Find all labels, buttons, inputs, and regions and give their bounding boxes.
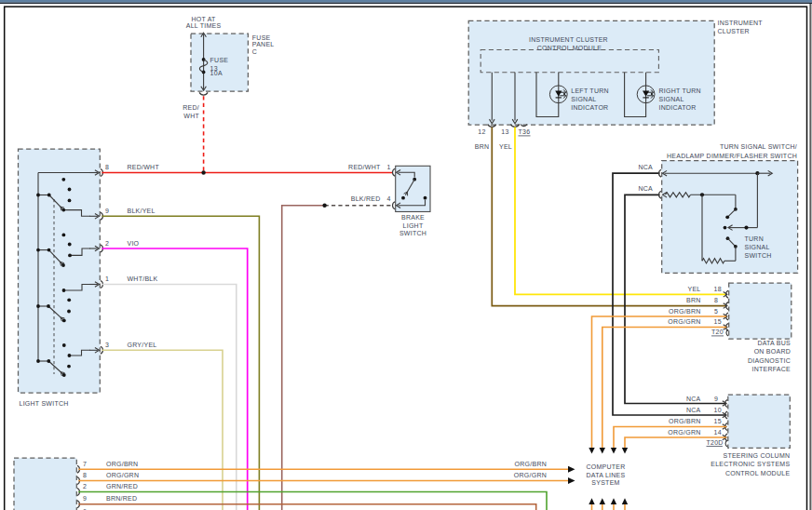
svg-text:ORG/GRN: ORG/GRN <box>106 472 139 478</box>
svg-text:ORG/BRN: ORG/BRN <box>515 461 547 467</box>
svg-text:SYSTEM: SYSTEM <box>591 479 619 486</box>
svg-text:5: 5 <box>714 308 718 315</box>
svg-text:PANEL: PANEL <box>252 41 275 47</box>
svg-text:T20: T20 <box>711 329 724 335</box>
svg-text:SIGNAL: SIGNAL <box>571 96 596 102</box>
svg-text:COMPUTER: COMPUTER <box>586 463 625 470</box>
svg-text:CONTROL MODULE: CONTROL MODULE <box>537 45 602 51</box>
svg-text:ALL TIMES: ALL TIMES <box>186 22 222 29</box>
svg-text:1: 1 <box>105 275 109 282</box>
svg-text:3: 3 <box>105 342 109 348</box>
svg-text:WHT: WHT <box>183 113 199 119</box>
svg-text:INDICATOR: INDICATOR <box>659 104 697 111</box>
svg-text:18: 18 <box>714 286 722 292</box>
svg-text:NCA: NCA <box>638 164 653 170</box>
svg-text:LIGHT SWITCH: LIGHT SWITCH <box>20 400 69 407</box>
svg-text:8: 8 <box>83 472 87 478</box>
svg-text:BRN/RED: BRN/RED <box>106 495 137 502</box>
svg-text:BRN: BRN <box>475 143 490 150</box>
svg-text:DATA LINES: DATA LINES <box>587 472 626 478</box>
svg-text:HEADLAMP DIMMER/FLASHER SWITCH: HEADLAMP DIMMER/FLASHER SWITCH <box>667 153 797 159</box>
svg-text:ORG/GRN: ORG/GRN <box>668 429 700 436</box>
svg-text:T20D: T20D <box>707 439 724 446</box>
svg-text:9: 9 <box>105 208 109 214</box>
svg-text:CLUSTER: CLUSTER <box>718 28 750 34</box>
svg-text:INSTRUMENT: INSTRUMENT <box>718 20 764 26</box>
svg-text:DIAGNOSTIC: DIAGNOSTIC <box>748 357 791 364</box>
svg-text:SIGNAL: SIGNAL <box>659 96 684 102</box>
svg-text:GRY/YEL: GRY/YEL <box>128 342 157 348</box>
svg-text:4: 4 <box>387 195 391 202</box>
svg-text:LEFT TURN: LEFT TURN <box>571 87 609 94</box>
svg-text:INDICATOR: INDICATOR <box>571 104 608 111</box>
svg-text:BLK/RED: BLK/RED <box>351 195 381 202</box>
svg-text:RIGHT TURN: RIGHT TURN <box>659 87 701 94</box>
svg-text:13: 13 <box>501 128 508 135</box>
svg-text:8: 8 <box>714 297 718 303</box>
svg-text:15: 15 <box>714 318 722 325</box>
svg-text:SWITCH: SWITCH <box>745 252 772 259</box>
svg-text:RED/WHT: RED/WHT <box>128 164 160 170</box>
svg-text:ORG/BRN: ORG/BRN <box>106 461 138 467</box>
svg-text:STEERING COLUMN: STEERING COLUMN <box>723 452 790 459</box>
svg-text:ORG/GRN: ORG/GRN <box>668 318 700 325</box>
svg-text:T36: T36 <box>519 128 531 135</box>
svg-text:BLK/YEL: BLK/YEL <box>128 208 156 214</box>
svg-text:9: 9 <box>714 396 718 402</box>
svg-text:15: 15 <box>714 418 722 424</box>
svg-text:ORG/BRN: ORG/BRN <box>669 308 700 315</box>
svg-text:BRAKE: BRAKE <box>401 214 425 221</box>
svg-text:2: 2 <box>105 240 109 247</box>
svg-text:CONTROL MODULE: CONTROL MODULE <box>725 470 790 476</box>
svg-text:GRN/RED: GRN/RED <box>106 483 138 490</box>
svg-text:ORG/BRN: ORG/BRN <box>669 418 700 424</box>
svg-text:ORG/GRN: ORG/GRN <box>514 472 547 478</box>
svg-text:TURN: TURN <box>745 235 764 242</box>
svg-text:ELECTRONIC SYSTEMS: ELECTRONIC SYSTEMS <box>710 461 790 467</box>
svg-text:NCA: NCA <box>638 185 653 192</box>
svg-text:14: 14 <box>714 429 722 436</box>
svg-text:1: 1 <box>387 164 391 170</box>
svg-text:SIGNAL: SIGNAL <box>745 244 770 250</box>
svg-text:VIO: VIO <box>128 240 140 247</box>
svg-text:RED/WHT: RED/WHT <box>348 164 381 170</box>
svg-text:FUSE: FUSE <box>252 34 271 41</box>
svg-text:NCA: NCA <box>686 396 701 402</box>
svg-text:BRN: BRN <box>686 297 701 303</box>
svg-text:INSTRUMENT CLUSTER: INSTRUMENT CLUSTER <box>529 36 608 43</box>
svg-text:YEL: YEL <box>688 286 701 292</box>
svg-text:ON BOARD: ON BOARD <box>754 348 791 355</box>
svg-text:DATA BUS: DATA BUS <box>757 340 791 346</box>
svg-text:NCA: NCA <box>686 407 701 413</box>
svg-text:FUSE: FUSE <box>210 57 229 63</box>
svg-text:LIGHT: LIGHT <box>403 222 424 229</box>
svg-text:SWITCH: SWITCH <box>399 230 426 236</box>
svg-text:C: C <box>252 48 257 55</box>
svg-text:INTERFACE: INTERFACE <box>751 366 791 372</box>
svg-text:2: 2 <box>83 483 87 490</box>
svg-text:8: 8 <box>105 164 109 170</box>
svg-text:YEL: YEL <box>499 143 512 150</box>
svg-text:TURN SIGNAL SWITCH/: TURN SIGNAL SWITCH/ <box>720 143 797 150</box>
svg-text:10A: 10A <box>210 70 223 76</box>
svg-text:WHT/BLK: WHT/BLK <box>128 275 158 282</box>
svg-text:7: 7 <box>83 461 87 467</box>
svg-text:RED/: RED/ <box>183 104 199 111</box>
svg-text:12: 12 <box>478 128 485 135</box>
svg-text:10: 10 <box>714 407 722 413</box>
svg-text:9: 9 <box>83 495 87 502</box>
